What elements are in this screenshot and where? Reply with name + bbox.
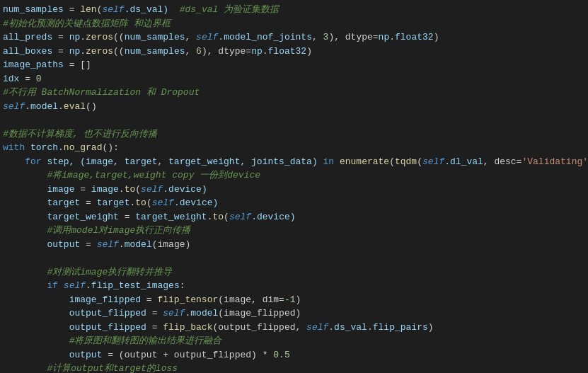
code-line: target = target.to(self.device): [0, 196, 588, 210]
code-line: all_preds = np.zeros((num_samples, self.…: [0, 30, 588, 45]
code-line: image = image.to(self.device): [0, 183, 588, 197]
code-line: image_paths = []: [0, 58, 588, 72]
code-line: image_flipped = flip_tensor(image, dim=-…: [0, 293, 588, 307]
code-line: all_boxes = np.zeros((num_samples, 6), d…: [0, 45, 588, 59]
code-line: if self.flip_test_images:: [0, 279, 588, 293]
code-line: output = self.model(image): [0, 238, 588, 252]
code-line: #初始化预测的关键点数据矩阵 和边界框: [0, 17, 588, 31]
code-line: self.model.eval(): [0, 100, 588, 114]
code-line: for step, (image, target, target_weight,…: [0, 155, 588, 169]
code-line: with torch.no_grad():: [0, 141, 588, 155]
code-line: output = (output + output_flipped) * 0.5: [0, 348, 588, 362]
code-line: #对测试image执行翻转并推导: [0, 265, 588, 280]
code-line: target_weight = target_weight.to(self.de…: [0, 210, 588, 224]
code-line: #计算output和target的loss: [0, 362, 588, 373]
code-line: #调用model对image执行正向传播: [0, 224, 588, 238]
code-line: #不行用 BatchNormalization 和 Dropout: [0, 86, 588, 100]
code-line: idx = 0: [0, 72, 588, 86]
code-line: num_samples = len(self.ds_val) #ds_val 为…: [0, 3, 588, 17]
code-line: #数据不计算梯度, 也不进行反向传播: [0, 127, 588, 142]
code-line: output_flipped = flip_back(output_flippe…: [0, 321, 588, 335]
code-line: #将image,target,weight copy 一份到device: [0, 168, 588, 183]
code-line: [0, 113, 588, 127]
code-line: [0, 251, 588, 265]
code-line: output_flipped = self.model(image_flippe…: [0, 306, 588, 321]
code-editor: num_samples = len(self.ds_val) #ds_val 为…: [0, 0, 588, 373]
code-line: #将原图和翻转图的输出结果进行融合: [0, 334, 588, 348]
